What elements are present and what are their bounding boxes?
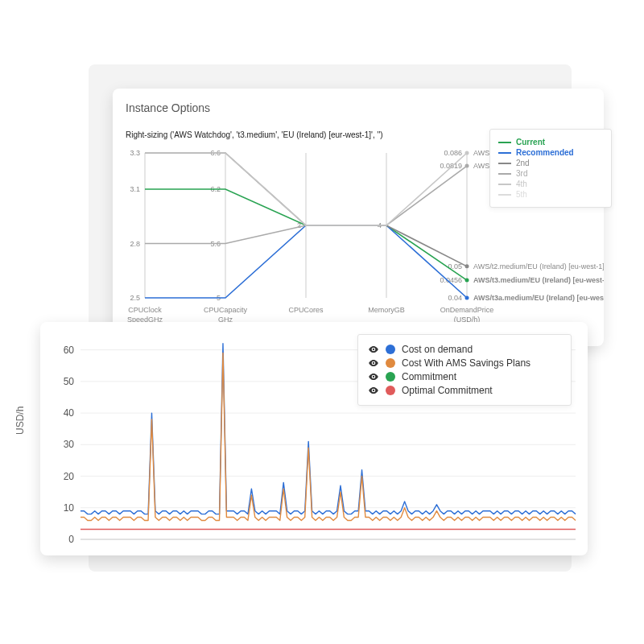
svg-text:20: 20: [64, 471, 75, 482]
legend-swatch: [498, 173, 511, 175]
svg-text:2.8: 2.8: [130, 240, 140, 248]
svg-text:0.086: 0.086: [444, 149, 462, 157]
svg-point-32: [465, 264, 469, 268]
svg-text:AWS/t2.medium/EU (Ireland) [eu: AWS/t2.medium/EU (Ireland) [eu-west-1]/L…: [473, 262, 604, 270]
svg-text:0: 0: [68, 534, 74, 545]
svg-text:CPUCores: CPUCores: [288, 306, 324, 314]
eye-icon: [368, 344, 379, 355]
svg-text:CPUClock: CPUClock: [128, 306, 162, 314]
legend-swatch: [498, 184, 511, 185]
instance-options-legend: CurrentRecommended2nd3rd4th5th: [489, 129, 612, 208]
legend-label: 2nd: [516, 159, 530, 167]
legend-label: Cost on demand: [402, 344, 473, 355]
svg-text:MemoryGB: MemoryGB: [368, 306, 405, 314]
eye-icon: [368, 371, 379, 382]
legend-item[interactable]: Current: [498, 138, 603, 147]
svg-text:0.04: 0.04: [448, 294, 462, 302]
svg-text:AWS/t3a.medium/EU (Ireland) [e: AWS/t3a.medium/EU (Ireland) [eu-west-1]/…: [473, 294, 604, 302]
legend-item[interactable]: Recommended: [498, 148, 603, 157]
legend-label: 3rd: [516, 169, 527, 178]
legend-item[interactable]: 5th: [498, 190, 603, 199]
legend-label: 5th: [516, 190, 527, 199]
legend-label: Recommended: [516, 148, 574, 157]
svg-point-36: [465, 151, 469, 155]
legend-swatch: [386, 358, 395, 368]
legend-item[interactable]: 4th: [498, 180, 603, 188]
legend-label: Cost With AMS Savings Plans: [402, 357, 530, 369]
svg-text:60: 60: [64, 345, 75, 356]
eye-icon: [368, 385, 379, 396]
svg-text:3.3: 3.3: [130, 149, 140, 157]
legend-swatch: [386, 372, 395, 382]
legend-swatch: [386, 345, 395, 354]
legend-item[interactable]: Commitment: [368, 371, 561, 382]
legend-label: Current: [516, 138, 545, 147]
legend-item[interactable]: Cost on demand: [368, 344, 561, 355]
instance-options-card: Instance Options Right-sizing ('AWS Watc…: [113, 89, 604, 346]
svg-point-28: [465, 279, 469, 283]
legend-item[interactable]: 2nd: [498, 159, 603, 167]
svg-text:0.0819: 0.0819: [440, 162, 462, 170]
legend-swatch: [386, 386, 395, 395]
cost-chart-card: 0102030405060 Cost on demandCost With AM…: [40, 322, 588, 555]
eye-icon: [368, 357, 379, 369]
svg-text:40: 40: [64, 407, 75, 419]
legend-swatch: [498, 163, 511, 164]
y-axis-label: USD/h: [14, 407, 26, 435]
svg-text:OnDemandPrice: OnDemandPrice: [440, 306, 494, 314]
svg-text:3.1: 3.1: [130, 185, 140, 193]
svg-text:2.5: 2.5: [130, 294, 140, 302]
svg-point-34: [465, 164, 469, 168]
legend-item[interactable]: Cost With AMS Savings Plans: [368, 357, 561, 369]
legend-label: Optimal Commitment: [402, 385, 493, 396]
svg-text:CPUCapacity: CPUCapacity: [204, 306, 248, 314]
legend-swatch: [498, 142, 511, 143]
legend-item[interactable]: Optimal Commitment: [368, 385, 561, 396]
svg-text:50: 50: [64, 376, 75, 387]
legend-swatch: [498, 152, 511, 154]
legend-label: 4th: [516, 180, 527, 188]
legend-swatch: [498, 194, 511, 196]
legend-label: Commitment: [402, 371, 456, 382]
svg-point-30: [465, 296, 469, 300]
svg-text:AWS/t3.medium/EU (Ireland) [eu: AWS/t3.medium/EU (Ireland) [eu-west-1]/L…: [473, 276, 604, 284]
svg-text:10: 10: [64, 502, 75, 514]
cost-legend: Cost on demandCost With AMS Savings Plan…: [357, 334, 572, 406]
card-title: Instance Options: [126, 101, 210, 114]
legend-item[interactable]: 3rd: [498, 169, 603, 178]
svg-text:30: 30: [64, 439, 75, 450]
